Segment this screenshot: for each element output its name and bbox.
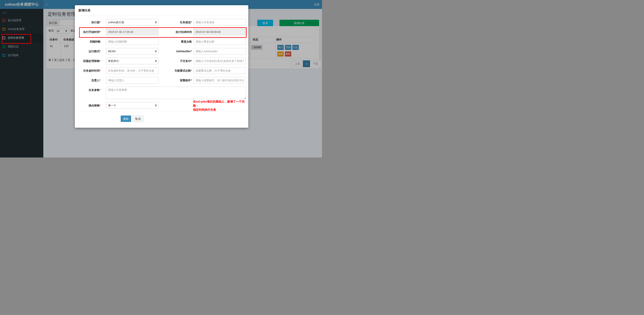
start-time-input[interactable]: 2019-07-30 17:25:43 [106,29,158,35]
add-task-modal: 新增任务 执行器* zuihou执行器 任务描述* 执行开始时间* 2019-0… [75,5,248,128]
end-time-input[interactable]: 2019-07-30 00:00:00 [194,29,246,35]
cancel-button[interactable]: 取消 [132,116,143,122]
job-handler-input[interactable] [194,48,246,55]
repeat-count-input[interactable] [194,38,246,45]
interval-input[interactable] [106,38,158,45]
save-button[interactable]: 保存 [121,116,131,122]
field-label-start-time: 执行开始时间* [75,29,100,35]
field-label-alarm-email: 报警邮件* [158,77,192,84]
field-label-child-jobid: 子任务ID* [158,58,192,64]
author-input[interactable] [106,77,158,84]
child-jobid-input[interactable] [194,58,246,64]
alarm-email-input[interactable] [194,77,246,84]
executor-param-textarea[interactable] [106,87,246,99]
field-label-job-handler: JobHandler* [158,48,192,55]
app-screen: zuihou任务调度中心 □ 注销 导航 执行器管理 Cron任务管理 定时任务… [0,0,322,158]
executor-select[interactable]: zuihou执行器 [106,19,158,26]
field-label-fail-retry: 失败重试次数* [158,67,192,74]
field-label-timeout: 任务超时时间* [75,67,100,74]
job-desc-input[interactable] [194,19,246,26]
block-strategy-select[interactable]: 单机串行 [106,58,158,64]
modal-body: 执行器* zuihou执行器 任务描述* 执行开始时间* 2019-07-30 … [75,16,248,109]
annotation-note-line1: 在xxl-jobs项目的基础上，新增了一个功能： [193,99,248,108]
field-label-repeat-count: 重复次数 [158,38,192,45]
route-strategy-select[interactable]: 第一个 [106,102,158,109]
field-label-end-time: 执行结束时间 [158,29,192,35]
glue-type-select[interactable]: BEAN [106,48,158,55]
annotation-note-line2: 指定时间执行任务 [193,108,248,112]
field-label-glue-type: 运行模式* [75,48,100,55]
select-stepper-icon [155,50,157,53]
modal-header: 新增任务 [75,5,248,16]
field-label-route-strategy: 路由策略* [75,102,100,109]
timeout-input[interactable] [106,67,158,74]
select-stepper-icon [155,60,157,62]
fail-retry-input[interactable] [194,67,246,74]
field-label-executor-param: 任务参数* [75,87,100,93]
field-label-executor: 执行器* [75,19,100,26]
field-label-job-desc: 任务描述* [158,19,192,26]
annotation-note: 在xxl-jobs项目的基础上，新增了一个功能： 指定时间执行任务 [193,99,248,112]
select-stepper-icon [155,104,157,107]
field-label-interval: 间隔秒数 [75,38,100,45]
field-label-block-strategy: 阻塞处理策略* [75,58,100,64]
modal-title: 新增任务 [78,9,91,13]
modal-footer: 保存 取消 [75,112,248,122]
field-label-author: 负责人* [75,77,100,84]
select-stepper-icon [155,21,157,24]
resize-grip-icon[interactable] [244,97,246,99]
